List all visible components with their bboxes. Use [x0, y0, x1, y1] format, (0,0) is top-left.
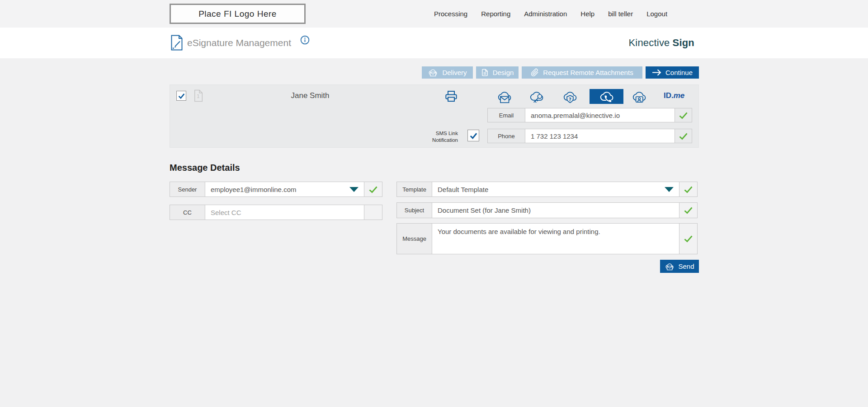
cloud-phone-sms-icon-selected[interactable] [590, 89, 623, 104]
toolbar: Delivery Design Request Remote Attachmen… [170, 66, 699, 79]
valid-check-icon [684, 186, 693, 193]
fi-logo-text: Place FI Logo Here [198, 9, 277, 19]
subject-input[interactable] [432, 203, 679, 218]
cc-input[interactable] [205, 205, 364, 220]
nav-processing[interactable]: Processing [434, 10, 467, 18]
cloud-person-icon[interactable] [631, 89, 647, 104]
template-value: Default Template [438, 186, 488, 193]
id-me-italic-text: me [674, 91, 685, 100]
id-me-icon[interactable]: ID.me [664, 91, 684, 100]
svg-text:?: ? [569, 97, 571, 102]
svg-text:1: 1 [197, 94, 200, 99]
nav-administration[interactable]: Administration [524, 10, 567, 18]
email-label: Email [488, 108, 525, 122]
request-remote-attachments-label: Request Remote Attachments [543, 69, 633, 76]
message-details-heading: Message Details [170, 163, 240, 173]
message-textarea[interactable]: Your documents are available for viewing… [432, 224, 679, 254]
sender-value: employee1@immonline.com [211, 186, 296, 193]
message-field-group: Message Your documents are available for… [396, 223, 698, 254]
sms-link-label-line1: SMS Link [414, 130, 458, 137]
arrow-right-icon [652, 69, 661, 76]
continue-button[interactable]: Continue [646, 66, 699, 79]
sender-label: Sender [170, 182, 205, 196]
recipient-name: Jane Smith [251, 85, 369, 107]
message-label: Message [397, 224, 432, 254]
brand-name: Kinective [628, 37, 670, 49]
recipient-panel: 1 Jane Smith ? [170, 84, 699, 148]
template-label: Template [397, 182, 432, 196]
cloud-phone-icon [599, 89, 615, 104]
template-valid-cell [679, 182, 697, 196]
page-title: eSignature Management [187, 28, 291, 58]
subject-valid-cell [679, 203, 697, 218]
cloud-envelope-icon [665, 262, 675, 271]
cc-field-group: CC [170, 205, 382, 220]
brand-product: Sign [673, 37, 694, 49]
send-button[interactable]: Send [660, 260, 699, 273]
email-input[interactable] [525, 108, 675, 122]
nav-reporting[interactable]: Reporting [481, 10, 510, 18]
chevron-down-icon [665, 187, 674, 192]
cloud-security-question-icon[interactable]: ? [562, 89, 578, 104]
chevron-down-icon [349, 187, 359, 192]
cloud-email-icon[interactable] [496, 89, 513, 104]
cc-label: CC [170, 205, 205, 220]
cc-empty-cell [364, 205, 382, 220]
page-count-icon: 1 [193, 89, 203, 102]
id-me-bold-text: ID. [664, 91, 674, 100]
send-button-label: Send [678, 262, 694, 270]
info-icon[interactable] [300, 35, 310, 45]
delivery-button-label: Delivery [442, 69, 467, 76]
phone-label: Phone [488, 129, 525, 143]
sms-link-notification-checkbox[interactable] [467, 130, 479, 141]
cloud-key-icon[interactable] [528, 89, 545, 104]
fi-logo-placeholder: Place FI Logo Here [170, 4, 306, 24]
design-button-label: Design [493, 69, 514, 76]
checkmark-icon [178, 93, 185, 99]
delivery-button[interactable]: Delivery [422, 66, 473, 79]
esignature-page: Place FI Logo Here Processing Reporting … [0, 0, 868, 407]
sender-select[interactable]: employee1@immonline.com [205, 182, 364, 196]
sender-valid-cell [364, 182, 382, 196]
topbar: Place FI Logo Here Processing Reporting … [0, 0, 868, 28]
nav-logout[interactable]: Logout [646, 10, 667, 18]
brand-logo: Kinective Sign [628, 28, 694, 58]
sender-field-group: Sender employee1@immonline.com [170, 182, 382, 197]
paperclip-icon [531, 68, 539, 77]
valid-check-icon [684, 206, 693, 214]
printer-icon[interactable] [445, 90, 458, 103]
valid-check-icon [679, 112, 688, 119]
template-field-group: Template Default Template [396, 182, 698, 197]
nav-help[interactable]: Help [580, 10, 594, 18]
top-nav: Processing Reporting Administration Help… [434, 0, 667, 28]
message-valid-cell [679, 224, 697, 254]
email-field-group: Email [487, 108, 692, 122]
phone-valid-cell [675, 129, 692, 143]
phone-input[interactable] [525, 129, 675, 143]
cloud-envelope-icon [428, 68, 438, 77]
template-select[interactable]: Default Template [432, 182, 679, 196]
sms-link-notification-label: SMS Link Notification [414, 130, 458, 144]
page-header: eSignature Management Kinective Sign [0, 28, 868, 58]
recipient-select-checkbox[interactable] [176, 91, 186, 101]
continue-button-label: Continue [665, 69, 693, 76]
document-pen-icon [170, 34, 183, 51]
email-valid-cell [675, 108, 692, 122]
valid-check-icon [684, 235, 693, 243]
checkmark-icon [469, 132, 478, 140]
nav-user-bill-teller[interactable]: bill teller [608, 10, 633, 18]
phone-field-group: Phone [487, 129, 692, 143]
valid-check-icon [368, 186, 378, 193]
subject-field-group: Subject [396, 202, 698, 218]
subject-label: Subject [397, 203, 432, 218]
sms-link-label-line2: Notification [414, 137, 458, 144]
design-button[interactable]: Design [476, 66, 519, 79]
request-remote-attachments-button[interactable]: Request Remote Attachments [522, 66, 642, 79]
valid-check-icon [679, 132, 688, 140]
document-lines-icon [481, 68, 489, 77]
